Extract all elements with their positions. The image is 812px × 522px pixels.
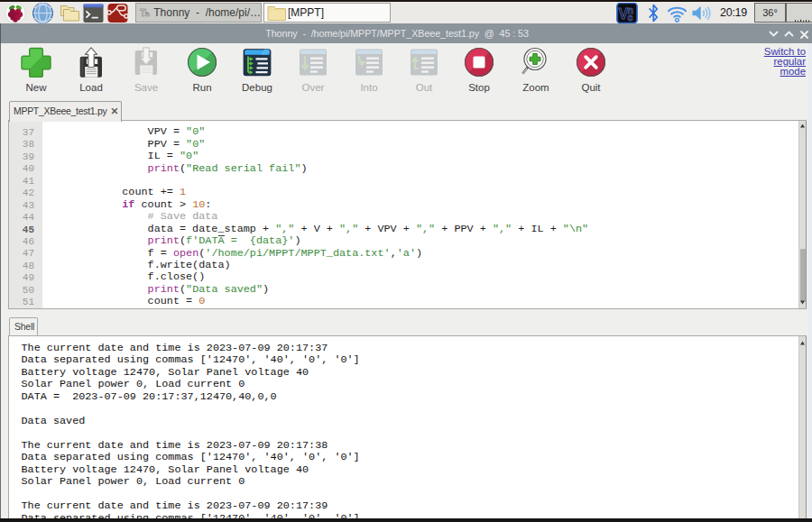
svg-text:c: c: [628, 12, 633, 23]
svg-text:h: h: [145, 10, 150, 18]
